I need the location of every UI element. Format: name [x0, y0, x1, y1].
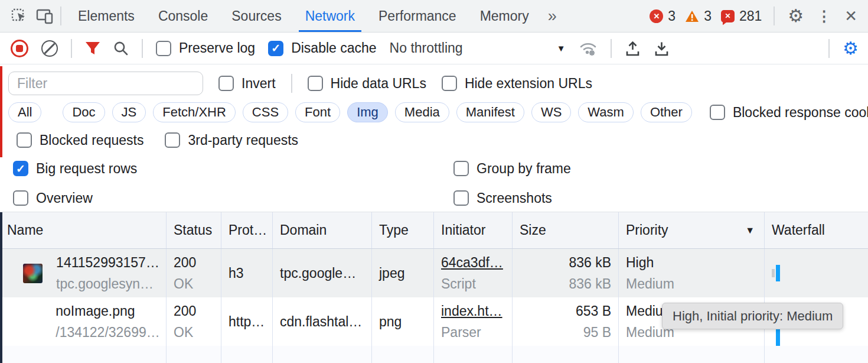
protocol-cell: [221, 346, 273, 363]
protocol-cell: h3: [221, 249, 273, 297]
filter-input[interactable]: [8, 72, 203, 95]
column-header-priority[interactable]: Priority ▼: [619, 212, 765, 248]
network-settings-gear-icon[interactable]: ⚙: [843, 40, 859, 57]
filter-funnel-icon[interactable]: [85, 41, 100, 56]
blocked-response-cookies-checkbox[interactable]: Blocked response cookies: [710, 105, 868, 121]
issues-badge[interactable]: ✕ 281: [721, 8, 762, 24]
tab-memory[interactable]: Memory: [468, 0, 541, 32]
disable-cache-checkbox[interactable]: Disable cache: [268, 40, 376, 56]
domain: cdn.flashtal…: [280, 314, 371, 330]
priority-tooltip: High, Initial priority: Medium: [662, 303, 843, 329]
tabbar-divider: [60, 7, 61, 25]
tab-elements[interactable]: Elements: [66, 0, 146, 32]
chip-wasm[interactable]: Wasm: [578, 102, 634, 122]
invert-checkbox[interactable]: Invert: [218, 76, 276, 92]
image-thumbnail-empty: [22, 312, 42, 332]
clear-network-log-button[interactable]: [41, 40, 58, 57]
waterfall-cell[interactable]: [765, 249, 868, 297]
hide-data-urls-label: Hide data URLs: [331, 76, 426, 92]
tab-sources[interactable]: Sources: [220, 0, 293, 32]
resource-type: jpeg: [379, 265, 433, 281]
checkbox-unchecked-icon: [165, 132, 180, 148]
error-icon: ✕: [650, 9, 663, 23]
name-cell[interactable]: 827299944997: [0, 346, 167, 363]
more-tabs-button[interactable]: »: [541, 7, 563, 25]
tabbar-divider: [774, 7, 775, 25]
priority-cell: High Medium: [619, 249, 765, 297]
chip-css[interactable]: CSS: [243, 102, 288, 122]
column-header-status[interactable]: Status: [167, 212, 221, 248]
chip-js[interactable]: JS: [112, 102, 146, 122]
close-devtools-icon[interactable]: ✕: [844, 8, 857, 24]
chip-fetch-xhr[interactable]: Fetch/XHR: [153, 102, 236, 122]
chip-all[interactable]: All: [8, 102, 41, 122]
throttling-select[interactable]: No throttling ▼: [390, 40, 566, 56]
initiator-link[interactable]: 64ca3df…: [441, 255, 512, 271]
preserve-log-checkbox[interactable]: Preserve log: [156, 40, 255, 56]
chip-ws[interactable]: WS: [531, 102, 571, 122]
blocked-requests-checkbox[interactable]: Blocked requests: [17, 132, 143, 148]
column-header-waterfall[interactable]: Waterfall: [765, 212, 868, 248]
domain-cell: cdn.flashtal…: [273, 297, 372, 346]
chip-media[interactable]: Media: [395, 102, 449, 122]
request-row[interactable]: 141152993157… tpc.googlesyn… 200 OK h3 t…: [0, 249, 868, 297]
initiator-link[interactable]: index.ht…: [441, 303, 512, 319]
chip-other[interactable]: Other: [641, 102, 692, 122]
hide-extension-urls-label: Hide extension URLs: [465, 76, 592, 92]
waterfall-cell[interactable]: [765, 346, 868, 363]
checkbox-checked-icon: [268, 41, 283, 56]
column-header-size[interactable]: Size: [513, 212, 619, 248]
column-header-type[interactable]: Type: [372, 212, 434, 248]
name-cell[interactable]: 141152993157… tpc.googlesyn…: [0, 249, 167, 297]
hide-data-urls-checkbox[interactable]: Hide data URLs: [308, 76, 426, 92]
column-header-name[interactable]: Name: [0, 212, 167, 248]
priority-header-label: Priority: [626, 222, 668, 238]
column-header-protocol[interactable]: Prot…: [221, 212, 273, 248]
blocked-requests-label: Blocked requests: [40, 132, 143, 148]
network-conditions-icon[interactable]: [579, 40, 598, 57]
column-header-initiator[interactable]: Initiator: [434, 212, 513, 248]
chip-manifest[interactable]: Manifest: [456, 102, 524, 122]
resource-type-filter-row: All Doc JS Fetch/XHR CSS Font Img Media …: [0, 98, 868, 127]
big-request-rows-checkbox[interactable]: Big request rows: [13, 161, 137, 177]
export-har-icon[interactable]: [654, 40, 670, 57]
chip-doc[interactable]: Doc: [63, 102, 105, 122]
device-toolbar-button[interactable]: [34, 5, 56, 27]
blocked-response-cookies-label: Blocked response cookies: [733, 105, 868, 121]
search-icon[interactable]: [113, 41, 129, 56]
warning-icon: [685, 10, 699, 22]
preserve-log-label: Preserve log: [179, 40, 255, 56]
errors-badge[interactable]: ✕ 3: [650, 8, 676, 24]
request-path: /134122/32699…: [56, 325, 160, 341]
tab-performance[interactable]: Performance: [367, 0, 468, 32]
inspect-element-button[interactable]: [8, 5, 30, 27]
third-party-requests-checkbox[interactable]: 3rd-party requests: [165, 132, 298, 148]
tab-network[interactable]: Network: [293, 0, 367, 32]
tab-console[interactable]: Console: [146, 0, 220, 32]
column-header-domain[interactable]: Domain: [273, 212, 372, 248]
third-party-requests-label: 3rd-party requests: [188, 132, 298, 148]
status-text: OK: [174, 276, 221, 292]
request-row[interactable]: 827299944997 200 64ca3df 12.0 kB Medium: [0, 346, 868, 363]
warnings-badge[interactable]: 3: [685, 8, 712, 24]
screenshots-checkbox[interactable]: Screenshots: [453, 190, 552, 206]
status-text: OK: [174, 325, 221, 341]
chip-img[interactable]: Img: [347, 102, 388, 122]
settings-gear-icon[interactable]: ⚙: [788, 7, 804, 25]
chip-font[interactable]: Font: [295, 102, 340, 122]
devtools-window: Elements Console Sources Network Perform…: [0, 0, 868, 363]
import-har-icon[interactable]: [625, 40, 641, 57]
big-request-rows-label: Big request rows: [36, 161, 137, 177]
hide-extension-urls-checkbox[interactable]: Hide extension URLs: [442, 76, 592, 92]
view-options-row-2: Overview Screenshots: [0, 184, 868, 212]
record-network-log-button[interactable]: [11, 40, 28, 57]
group-by-frame-label: Group by frame: [477, 161, 571, 177]
status-code: 200: [174, 303, 221, 319]
background-page-sliver-red: [0, 66, 2, 157]
group-by-frame-checkbox[interactable]: Group by frame: [453, 161, 571, 177]
overview-checkbox[interactable]: Overview: [13, 190, 93, 206]
name-cell[interactable]: noImage.png /134122/32699…: [0, 297, 167, 346]
kebab-menu-icon[interactable]: ⋮: [817, 9, 831, 24]
priority-cell: Medium: [619, 346, 765, 363]
dropdown-caret-icon: ▼: [557, 43, 566, 53]
